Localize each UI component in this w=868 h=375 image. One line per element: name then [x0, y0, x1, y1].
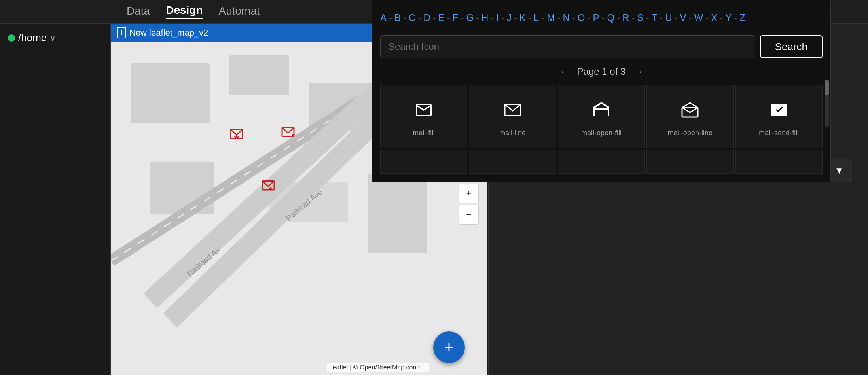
alpha-K[interactable]: K — [519, 12, 526, 23]
alpha-G[interactable]: G — [466, 12, 474, 23]
icon-cell-mail-fill[interactable]: mail-fill — [380, 85, 467, 148]
alpha-B[interactable]: B — [394, 12, 401, 23]
alpha-Z[interactable]: Z — [739, 12, 745, 23]
alpha-R[interactable]: R — [622, 12, 629, 23]
icon-label-mail-send-fill: mail-send-fill — [759, 129, 799, 137]
sidebar-left: /home ∨ — [0, 24, 111, 375]
add-marker-fab[interactable]: + — [433, 331, 465, 363]
breadcrumb-path: /home — [18, 32, 47, 44]
map-marker-3[interactable] — [261, 178, 275, 194]
zoom-in-button[interactable]: + — [459, 184, 479, 203]
alpha-F[interactable]: F — [453, 12, 459, 23]
alpha-S[interactable]: S — [637, 12, 644, 23]
icon-cell-mail-line[interactable]: mail-line — [469, 85, 556, 148]
alpha-M[interactable]: M — [547, 12, 555, 23]
icon-picker: A - B - C - D - E - F - G - H - I - J - … — [372, 0, 831, 182]
zoom-out-button[interactable]: − — [459, 205, 479, 225]
alpha-A[interactable]: A — [380, 12, 387, 23]
tab-automat[interactable]: Automat — [219, 5, 260, 19]
alpha-E[interactable]: E — [438, 12, 445, 23]
alpha-J[interactable]: J — [507, 12, 512, 23]
icon-grid: mail-fill mail-line mail-open-fill — [380, 85, 823, 148]
nav-tabs: Data Design Automat — [127, 4, 260, 19]
alpha-C[interactable]: C — [409, 12, 415, 23]
icon-grid-row-2 — [380, 150, 823, 174]
icon-search-button[interactable]: Search — [760, 35, 823, 58]
alpha-V[interactable]: V — [680, 12, 686, 23]
icon-cell-partial-2[interactable] — [469, 150, 556, 174]
mail-send-fill-icon — [769, 100, 788, 123]
svg-rect-1 — [131, 63, 210, 123]
alpha-D[interactable]: D — [423, 12, 430, 23]
icon-cell-partial-5[interactable] — [735, 150, 823, 174]
map-title: New leaflet_map_v2 — [129, 28, 208, 38]
breadcrumb-dot — [8, 34, 15, 42]
alpha-L[interactable]: L — [534, 12, 539, 23]
next-page-button[interactable]: → — [633, 66, 643, 77]
icon-label-mail-open-fill: mail-open-fill — [581, 129, 622, 137]
mail-open-fill-icon — [592, 100, 611, 123]
scrollbar-thumb[interactable] — [825, 80, 829, 95]
alpha-I[interactable]: I — [496, 12, 499, 23]
icon-cell-mail-open-fill[interactable]: mail-open-fill — [558, 85, 645, 148]
mail-line-icon — [503, 100, 522, 123]
alpha-Y[interactable]: Y — [725, 12, 732, 23]
icon-search-input[interactable] — [380, 35, 755, 58]
map-marker-2[interactable] — [281, 125, 295, 141]
alpha-W[interactable]: W — [694, 12, 703, 23]
icon-cell-partial-1[interactable] — [380, 150, 467, 174]
alpha-P[interactable]: P — [593, 12, 599, 23]
prev-page-button[interactable]: ← — [560, 66, 569, 77]
icon-label-mail-line: mail-line — [499, 129, 526, 137]
map-marker-1[interactable] — [229, 127, 244, 143]
icon-search-bar: Search — [380, 35, 823, 58]
map-attribution: Leaflet | © OpenStreetMap contri... — [327, 363, 429, 372]
alphabet-row: A - B - C - D - E - F - G - H - I - J - … — [380, 8, 823, 27]
alpha-X[interactable]: X — [711, 12, 717, 23]
breadcrumb[interactable]: /home ∨ — [8, 32, 102, 44]
svg-line-33 — [690, 108, 698, 112]
pagination-text: Page 1 of 3 — [577, 66, 626, 77]
alpha-Q[interactable]: Q — [607, 12, 615, 23]
icon-pagination: ← Page 1 of 3 → — [380, 66, 823, 77]
scrollbar-track — [825, 80, 829, 127]
icon-cell-partial-4[interactable] — [646, 150, 733, 174]
alpha-T[interactable]: T — [652, 12, 658, 23]
mail-open-line-icon — [680, 100, 699, 123]
svg-rect-2 — [229, 55, 289, 95]
icon-cell-mail-open-line[interactable]: mail-open-line — [646, 85, 733, 148]
mail-fill-icon — [414, 100, 433, 123]
icon-label-mail-open-line: mail-open-line — [668, 129, 713, 137]
chevron-down-icon: ∨ — [50, 33, 56, 43]
text-icon: T — [117, 27, 126, 38]
icon-cell-partial-3[interactable] — [558, 150, 645, 174]
icon-label-mail-fill: mail-fill — [413, 129, 435, 137]
alpha-U[interactable]: U — [665, 12, 672, 23]
icon-cell-mail-send-fill[interactable]: mail-send-fill — [735, 85, 823, 148]
alpha-N[interactable]: N — [563, 12, 569, 23]
tab-design[interactable]: Design — [166, 4, 203, 19]
svg-line-32 — [682, 108, 690, 112]
tab-data[interactable]: Data — [127, 5, 150, 19]
svg-rect-7 — [368, 174, 427, 253]
dropdown-chevron-icon: ▼ — [834, 165, 844, 176]
alpha-O[interactable]: O — [578, 12, 585, 23]
alpha-H[interactable]: H — [481, 12, 488, 23]
